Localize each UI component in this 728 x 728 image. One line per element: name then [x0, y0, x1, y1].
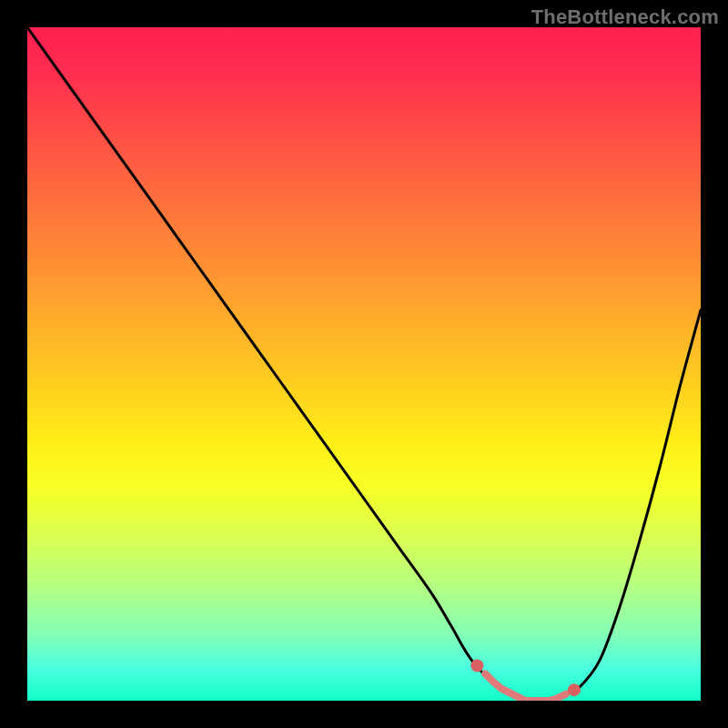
bottleneck-curve [27, 27, 701, 701]
optimal-dot-right [568, 683, 581, 696]
plot-area [27, 27, 701, 701]
curves-layer [27, 27, 701, 701]
optimal-band [485, 673, 566, 701]
optimal-dot-left [470, 660, 483, 672]
watermark-text: TheBottleneck.com [531, 5, 719, 29]
chart-container: TheBottleneck.com [0, 0, 728, 728]
